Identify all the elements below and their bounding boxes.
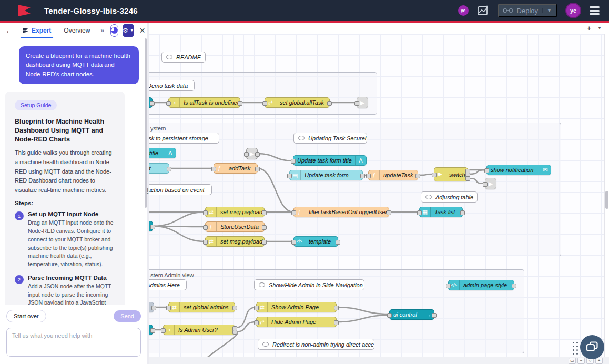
- port-in[interactable]: [244, 152, 249, 157]
- port-in[interactable]: [203, 225, 208, 230]
- port-out[interactable]: [232, 306, 237, 310]
- port-out[interactable]: [238, 101, 242, 106]
- flow-node-form-title[interactable]: Aform title: [149, 148, 176, 158]
- port-in[interactable]: [166, 101, 171, 106]
- tab-overview[interactable]: Overview: [59, 23, 94, 38]
- flow-node-admin-page-style[interactable]: </>admin page style: [448, 280, 514, 290]
- zoom-out-button[interactable]: −: [577, 358, 585, 364]
- port-out[interactable]: [255, 152, 260, 157]
- port-in[interactable]: [287, 174, 292, 178]
- canvas-vertical-scrollbar[interactable]: [604, 34, 609, 357]
- chat-fab-button[interactable]: [580, 335, 604, 359]
- flow-node-ticket[interactable]: ticket: [149, 163, 169, 174]
- flow-node-update-task-form[interactable]: ▤Update task form: [289, 170, 363, 180]
- panel-scrollbar[interactable]: [145, 38, 147, 208]
- flow-node-show-admin-page[interactable]: ⇄Show Admin Page: [256, 302, 337, 312]
- port-out[interactable]: [327, 101, 332, 106]
- port-out[interactable]: [150, 225, 155, 229]
- port-in[interactable]: [291, 210, 296, 215]
- port-in[interactable]: [291, 159, 296, 164]
- port-in[interactable]: [262, 101, 267, 106]
- flow-node-set-msg-payload[interactable]: ⇄set msg.payload: [205, 236, 265, 247]
- flow-node-show-notification[interactable]: ✉show notification: [486, 165, 551, 175]
- flow-node-hide-admin-page[interactable]: ⇄Hide Admin Page: [256, 317, 337, 327]
- panel-resize-divider[interactable]: •••: [147, 23, 149, 364]
- port-out[interactable]: [151, 306, 156, 310]
- avatar-large[interactable]: ye: [565, 3, 581, 18]
- flow-node-stubgray[interactable]: [149, 302, 154, 312]
- close-panel-icon[interactable]: ✕: [139, 26, 146, 35]
- port-in[interactable]: [203, 210, 208, 215]
- comment-node-task-to-persistent-storage[interactable]: task to persistent storage: [149, 133, 219, 144]
- port-out[interactable]: [232, 330, 237, 335]
- send-button[interactable]: Send: [114, 310, 141, 322]
- divider-handle-icon[interactable]: •••: [147, 188, 149, 195]
- port-out[interactable]: [512, 284, 516, 288]
- comment-node-readme[interactable]: README: [161, 52, 206, 63]
- flow-node-is-admin-user[interactable]: ⋔Is Admin User?: [163, 325, 235, 335]
- port-in[interactable]: [432, 173, 437, 177]
- flow-node-filtertaskbasedonloggeduser[interactable]: ƒfilterTaskBasedOnLoggedUser: [293, 207, 389, 217]
- port-in[interactable]: [161, 328, 166, 333]
- port-out[interactable]: [336, 240, 340, 245]
- avatar-small[interactable]: ye: [458, 5, 469, 16]
- fab-drag-handle[interactable]: [573, 342, 578, 355]
- flow-node-link[interactable]: ▶: [357, 97, 368, 108]
- port-out[interactable]: [262, 225, 267, 230]
- port-in[interactable]: [211, 167, 216, 171]
- flow-node-storeuserdata[interactable]: ƒStoreUserData: [205, 221, 265, 232]
- deploy-caret-icon[interactable]: ▼: [542, 8, 552, 13]
- flow-node-uidark[interactable]: [149, 325, 153, 335]
- deploy-button[interactable]: Deploy ▼: [498, 4, 557, 17]
- tab-expert[interactable]: Expert: [18, 23, 55, 38]
- tab-overflow-chevron-icon[interactable]: »: [98, 27, 106, 34]
- port-out[interactable]: [334, 306, 339, 310]
- flow-node-task-list[interactable]: ▦Task list: [419, 207, 463, 217]
- port-out[interactable]: [262, 210, 267, 215]
- port-out[interactable]: [150, 328, 155, 333]
- settings-dropdown-button[interactable]: ⚙▼: [123, 24, 134, 37]
- port-in[interactable]: [254, 306, 259, 310]
- navigator-button[interactable]: ▭: [569, 358, 576, 364]
- port-out[interactable]: [360, 174, 365, 178]
- port-out[interactable]: [150, 101, 155, 106]
- flow-node-uidark[interactable]: [149, 97, 153, 108]
- port-out[interactable]: [167, 167, 171, 171]
- add-flow-icon[interactable]: +: [587, 24, 591, 32]
- flow-node-uidark[interactable]: [149, 221, 153, 231]
- port-in[interactable]: [483, 182, 488, 187]
- flow-node-ui-control[interactable]: →ui control: [389, 309, 434, 320]
- port-out[interactable]: [255, 167, 260, 171]
- port-out[interactable]: [387, 210, 391, 215]
- port-out[interactable]: [460, 210, 465, 215]
- comment-node-action-based-on-event[interactable]: action based on event: [149, 184, 212, 195]
- port-in[interactable]: [203, 240, 208, 245]
- flow-node-switch[interactable]: ⋔switch: [434, 167, 468, 181]
- port-out[interactable]: [432, 313, 437, 318]
- flow-node-set-global-alltask[interactable]: ⇄set global.allTask: [265, 97, 330, 108]
- usage-pie-button[interactable]: [110, 24, 118, 37]
- scrollbar-thumb[interactable]: [605, 191, 608, 209]
- comment-node-redirect-is-non-admin-trying-direct-access[interactable]: Redirect is non-admin trying direct acce…: [258, 339, 374, 350]
- port-out[interactable]: [334, 320, 339, 325]
- port-in[interactable]: [354, 101, 359, 106]
- start-over-button[interactable]: Start over: [6, 310, 46, 322]
- flow-node-template[interactable]: </>template: [293, 236, 338, 247]
- comment-node-demo-task-data[interactable]: Demo task data: [149, 80, 195, 91]
- comment-node-adjusting-table[interactable]: Adjusting table: [421, 191, 478, 203]
- port-in[interactable]: [387, 313, 392, 318]
- port-in[interactable]: [366, 174, 371, 178]
- port-out[interactable]: [415, 174, 420, 178]
- flow-node-updatetask[interactable]: ƒupdateTask: [368, 170, 418, 180]
- port-out[interactable]: [465, 176, 470, 181]
- port-in[interactable]: [484, 168, 489, 173]
- flow-canvas[interactable]: ystemstem Admin viewREADMEDemo task data…: [149, 34, 609, 357]
- port-in[interactable]: [446, 284, 451, 288]
- flow-node-addtask[interactable]: ƒaddTask: [214, 163, 258, 174]
- flow-list-caret-icon[interactable]: ▾: [598, 26, 601, 31]
- flow-node-update-task-form-title[interactable]: AUpdate task form title: [293, 155, 367, 166]
- flow-node-set-global-admins[interactable]: ⇄set global.admins: [168, 302, 235, 312]
- flow-node-link[interactable]: ▶: [246, 148, 258, 159]
- assistant-sparkle-icon[interactable]: [477, 5, 490, 16]
- port-in[interactable]: [166, 306, 171, 310]
